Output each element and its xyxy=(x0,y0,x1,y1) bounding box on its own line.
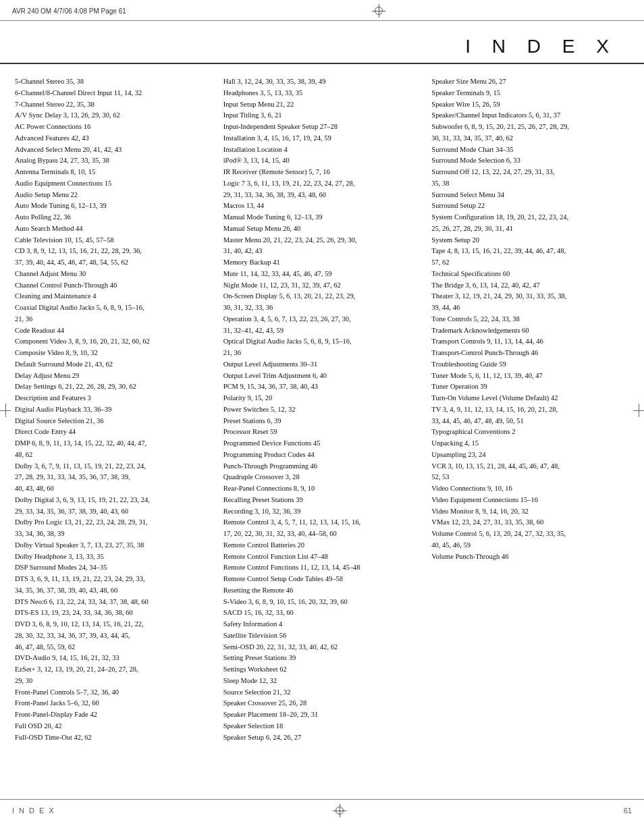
index-entry: Hall 3, 12, 24, 30, 33, 35, 38, 39, 49 xyxy=(223,76,421,87)
index-entry: Preset Stations 6, 39 xyxy=(223,416,421,427)
index-entry: Source Selection 21, 32 xyxy=(223,687,421,698)
index-entry: S-Video 3, 6, 8, 9, 10, 15, 16, 20, 32, … xyxy=(223,597,421,607)
index-entry: Speaker Terminals 9, 15 xyxy=(431,88,629,99)
index-entry: Polarity 9, 15, 20 xyxy=(223,393,421,404)
index-entry: Subwoofer 6, 8, 9, 15, 20, 21, 25, 26, 2… xyxy=(431,121,629,132)
index-entry: Output Level Adjustments 30–31 xyxy=(223,359,421,370)
index-entry: 6-Channel/8-Channel Direct Input 11, 14,… xyxy=(15,88,213,99)
bottom-crosshair xyxy=(333,804,346,817)
index-entry: 33, 44, 45, 46, 47, 48, 49, 50, 51 xyxy=(431,416,629,427)
index-entry: Auto Search Method 44 xyxy=(15,223,213,234)
index-entry: Processor Reset 59 xyxy=(223,427,421,437)
index-entry: Volume Control 5, 6, 13, 20, 24, 27, 32,… xyxy=(431,528,629,539)
index-entry: Direct Code Entry 44 xyxy=(15,427,213,437)
index-entry: Troubleshooting Guide 59 xyxy=(431,359,629,370)
index-entry: DTS-ES 13, 19, 23, 24, 33, 34, 36, 38, 6… xyxy=(15,607,213,618)
right-crosshair xyxy=(633,404,644,417)
index-entry: 28, 30, 32, 33, 34, 36, 37, 39, 43, 44, … xyxy=(15,630,213,641)
index-entry: 34, 35, 36, 37, 38, 39, 40, 43, 48, 60 xyxy=(15,585,213,596)
index-entry: iPod® 3, 13, 14, 15, 40 xyxy=(223,155,421,166)
index-entry: Transport-Control Punch-Through 46 xyxy=(431,348,629,358)
index-entry: SACD 15, 16, 32, 33, 60 xyxy=(223,607,421,618)
index-entry: Surround Setup 22 xyxy=(431,200,629,211)
index-column-1: 5-Channel Stereo 35, 386-Channel/8-Chann… xyxy=(14,76,218,743)
index-entry: DVD-Audio 9, 14, 15, 16, 21, 32, 33 xyxy=(15,653,213,663)
index-entry: Semi-OSD 20, 22, 31, 32, 33, 40, 42, 62 xyxy=(223,642,421,653)
index-entry: 31, 32–41, 42, 43, 59 xyxy=(223,325,421,336)
index-entry: Default Surround Mode 21, 43, 62 xyxy=(15,359,213,370)
index-entry: Rear-Panel Connections 8, 9, 10 xyxy=(223,483,421,494)
index-entry: Code Readout 44 xyxy=(15,325,213,336)
index-entry: Quadruple Crossover 3, 28 xyxy=(223,472,421,483)
index-entry: EzSet+ 3, 12, 13, 19, 20, 21, 24–26, 27,… xyxy=(15,664,213,675)
top-bar-left-text: AVR 240 OM 4/7/06 4:08 PM Page 61 xyxy=(12,7,126,15)
index-entry: Remote Control Batteries 20 xyxy=(223,540,421,551)
index-entry: Video Monitor 8, 9, 14, 16, 20, 32 xyxy=(431,506,629,517)
index-entry: Composite Video 8, 9, 10, 32 xyxy=(15,348,213,358)
index-entry: 21, 36 xyxy=(223,348,421,358)
index-entry: Programming Product Codes 44 xyxy=(223,449,421,460)
index-entry: Recalling Preset Stations 39 xyxy=(223,495,421,505)
index-entry: Remote Control Functions 11, 12, 13, 14,… xyxy=(223,562,421,573)
index-entry: Memory Backup 41 xyxy=(223,257,421,268)
index-content: 5-Channel Stereo 35, 386-Channel/8-Chann… xyxy=(0,64,644,755)
index-entry: Surround Mode Chart 34–35 xyxy=(431,144,629,155)
index-entry: Mute 11, 14, 32, 33, 44, 45, 46, 47, 59 xyxy=(223,269,421,279)
index-entry: Digital Source Selection 21, 36 xyxy=(15,416,213,427)
index-entry: Recording 3, 10, 32, 36, 39 xyxy=(223,506,421,517)
index-entry: Programmed Device Functions 45 xyxy=(223,438,421,449)
index-entry: Dolby Virtual Speaker 3, 7, 13, 23, 27, … xyxy=(15,540,213,551)
index-entry: Delay Settings 6, 21, 22, 26, 28, 29, 30… xyxy=(15,381,213,392)
index-entry: Transport Controls 9, 11, 13, 14, 44, 46 xyxy=(431,336,629,347)
index-entry: Audio Setup Menu 22 xyxy=(15,190,213,200)
index-entry: Cable Television 10, 15, 45, 57–58 xyxy=(15,235,213,246)
index-entry: Master Menu 20, 21, 22, 23, 24, 25, 26, … xyxy=(223,235,421,246)
index-entry: 21, 36 xyxy=(15,314,213,325)
index-entry: Tuner Mode 5, 6, 11, 12, 13, 39, 40, 47 xyxy=(431,371,629,381)
index-entry: Front-Panel-Display Fade 42 xyxy=(15,709,213,720)
index-entry: Macros 13, 44 xyxy=(223,200,421,211)
index-entry: Video Equipment Connections 15–16 xyxy=(431,495,629,505)
index-column-3: Speaker Size Menu 26, 27Speaker Terminal… xyxy=(426,76,630,743)
index-entry: Night Mode 11, 12, 23, 31, 32, 39, 47, 6… xyxy=(223,280,421,291)
index-entry: Speaker Placement 18–20, 29, 31 xyxy=(223,709,421,720)
index-entry: Tape 4, 8, 13, 15, 16, 21, 22, 39, 44, 4… xyxy=(431,246,629,256)
index-entry: DMP 6, 8, 9, 11, 13, 14, 15, 22, 32, 40,… xyxy=(15,438,213,449)
index-entry: A/V Sync Delay 3, 13, 26, 29, 30, 62 xyxy=(15,110,213,121)
index-entry: 46, 47, 48, 55, 59, 62 xyxy=(15,642,213,653)
index-entry: AC Power Connections 16 xyxy=(15,121,213,132)
index-entry: Manual Setup Menu 26, 40 xyxy=(223,223,421,234)
index-entry: Remote Control Setup Code Tables 49–58 xyxy=(223,574,421,584)
index-entry: Theater 3, 12, 19, 21, 24, 29, 30, 31, 3… xyxy=(431,291,629,302)
index-entry: PCM 9, 15, 34, 36, 37, 38, 40, 43 xyxy=(223,381,421,392)
index-entry: Cleaning and Maintenance 4 xyxy=(15,291,213,302)
index-entry: Typographical Conventions 2 xyxy=(431,427,629,437)
index-entry: Tone Controls 5, 22, 24, 33, 38 xyxy=(431,314,629,325)
top-crosshair xyxy=(372,4,385,18)
index-entry: Power Switches 5, 12, 32 xyxy=(223,404,421,415)
index-entry: Speaker Wire 15, 26, 59 xyxy=(431,99,629,110)
index-entry: 17, 20, 22, 30, 31, 32, 33, 40, 44–58, 6… xyxy=(223,528,421,539)
bottom-crosshair-circle xyxy=(336,807,344,815)
index-entry: TV 3, 4, 9, 11, 12, 13, 14, 15, 16, 20, … xyxy=(431,404,629,415)
index-entry: Surround Mode Selection 6, 33 xyxy=(431,155,629,166)
index-entry: Installation 3, 4, 15, 16, 17, 19, 24, 5… xyxy=(223,133,421,144)
right-page-mark xyxy=(633,404,644,417)
index-entry: Upsampling 23, 24 xyxy=(431,449,629,460)
index-entry: Surround Off 12, 13, 22, 24, 27, 29, 31,… xyxy=(431,167,629,177)
title-section: I N D E X xyxy=(0,21,644,64)
index-entry: Dolby Pro Logic 13, 21, 22, 23, 24, 28, … xyxy=(15,517,213,528)
index-entry: Satellite Television 56 xyxy=(223,630,421,641)
index-entry: Advanced Features 42, 43 xyxy=(15,133,213,144)
index-entry: 30, 31, 32, 33, 36 xyxy=(223,302,421,313)
index-entry: Component Video 3, 8, 9, 16, 20, 21, 32,… xyxy=(15,336,213,347)
index-entry: Resetting the Remote 46 xyxy=(223,585,421,596)
index-entry: Headphones 3, 5, 13, 33, 35 xyxy=(223,88,421,99)
index-entry: 7-Channel Stereo 22, 35, 38 xyxy=(15,99,213,110)
index-entry: Trademark Acknowledgements 60 xyxy=(431,325,629,336)
left-page-mark xyxy=(0,404,11,417)
index-entry: 29, 31, 33, 34, 36, 38, 39, 43, 48, 60 xyxy=(223,190,421,200)
index-entry: Tuner Operation 39 xyxy=(431,381,629,392)
index-entry: Auto Mode Tuning 6, 12–13, 39 xyxy=(15,200,213,211)
index-entry: Operation 3, 4, 5, 6, 7, 13, 22, 23, 26,… xyxy=(223,314,421,325)
